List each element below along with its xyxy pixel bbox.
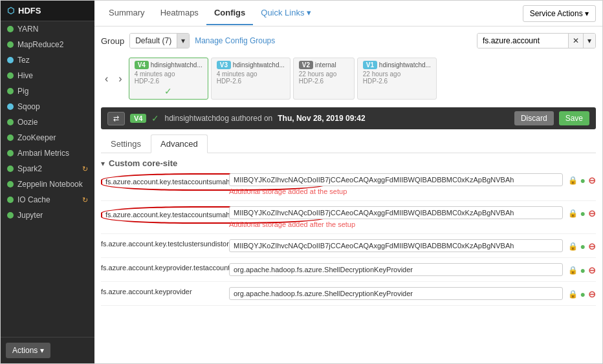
version-row: ‹ › V4 hdinsightwatchd...4 minutes agoHD… bbox=[101, 55, 596, 102]
version-card-v4[interactable]: V4 hdinsightwatchd...4 minutes agoHDP-2.… bbox=[129, 58, 208, 100]
config-row: fs.azure.account.keyprovider.testaccount… bbox=[101, 263, 596, 282]
search-field: ✕ ▾ bbox=[477, 33, 596, 48]
add-config-icon[interactable]: ● bbox=[580, 265, 586, 275]
version-time: 22 hours ago bbox=[363, 70, 431, 78]
sidebar-item-hive[interactable]: Hive bbox=[1, 68, 94, 83]
version-name: internal bbox=[315, 61, 336, 69]
sidebar-item-label: ZooKeeper bbox=[17, 133, 56, 142]
sidebar-item-label: MapReduce2 bbox=[17, 40, 63, 49]
sidebar-items-list: YARNMapReduce2TezHivePigSqoopOozieZooKee… bbox=[1, 21, 94, 337]
config-row: fs.azure.account.key.testaccountsumahmud… bbox=[101, 206, 596, 234]
sidebar-item-mapreduce2[interactable]: MapReduce2 bbox=[1, 37, 94, 52]
settings-tab-settings[interactable]: Settings bbox=[101, 134, 151, 153]
lock-icon[interactable]: 🔒 bbox=[568, 290, 578, 299]
config-row: fs.azure.account.key.testaccountsumahmud… bbox=[101, 173, 596, 201]
config-value-input[interactable] bbox=[229, 263, 563, 276]
config-row: fs.azure.account.keyprovider🔒●⊖ bbox=[101, 287, 596, 306]
sidebar-item-label: Ambari Metrics bbox=[17, 149, 69, 158]
search-dropdown-icon[interactable]: ▾ bbox=[583, 34, 595, 48]
version-hdp: HDP-2.6 bbox=[299, 78, 349, 85]
section-toggle[interactable]: ▾ bbox=[101, 159, 105, 168]
config-value-input[interactable] bbox=[229, 287, 563, 300]
sidebar: ⬡ HDFS YARNMapReduce2TezHivePigSqoopOozi… bbox=[1, 1, 94, 363]
service-actions-button[interactable]: Service Actions ▾ bbox=[523, 5, 596, 22]
lock-icon[interactable]: 🔒 bbox=[568, 176, 578, 185]
version-hdp: HDP-2.6 bbox=[135, 78, 203, 85]
prev-version-arrow[interactable]: ‹ bbox=[101, 72, 112, 86]
delete-config-icon[interactable]: ⊖ bbox=[588, 175, 596, 186]
version-hdp: HDP-2.6 bbox=[363, 78, 431, 85]
config-value-input[interactable] bbox=[229, 173, 563, 186]
group-dropdown-arrow[interactable]: ▾ bbox=[177, 34, 189, 48]
status-indicator bbox=[7, 41, 14, 48]
status-indicator bbox=[7, 150, 14, 156]
compare-button[interactable]: ⇄ bbox=[107, 112, 125, 125]
sidebar-item-ambari-metrics[interactable]: Ambari Metrics bbox=[1, 145, 94, 161]
lock-icon[interactable]: 🔒 bbox=[568, 209, 578, 218]
lock-icon[interactable]: 🔒 bbox=[568, 266, 578, 275]
version-card-v3[interactable]: V3 hdinsightwatchd...4 minutes agoHDP-2.… bbox=[211, 58, 291, 100]
section-title: Custom core-site bbox=[109, 158, 177, 168]
config-value-input[interactable] bbox=[229, 206, 563, 219]
actions-button[interactable]: Actions ▾ bbox=[6, 343, 50, 358]
sidebar-item-yarn[interactable]: YARN bbox=[1, 21, 94, 37]
sidebar-item-label: Zeppelin Notebook bbox=[17, 180, 83, 189]
refresh-icon[interactable]: ↻ bbox=[82, 165, 88, 173]
delete-config-icon[interactable]: ⊖ bbox=[588, 208, 596, 219]
lock-icon[interactable]: 🔒 bbox=[568, 242, 578, 251]
version-time: 4 minutes ago bbox=[217, 70, 285, 78]
add-config-icon[interactable]: ● bbox=[580, 289, 586, 299]
config-value-input[interactable] bbox=[229, 239, 563, 252]
add-config-icon[interactable]: ● bbox=[580, 175, 586, 186]
discard-button[interactable]: Discard bbox=[514, 111, 554, 125]
sidebar-item-zookeeper[interactable]: ZooKeeper bbox=[1, 130, 94, 145]
status-indicator bbox=[7, 103, 14, 110]
config-key-text: fs.azure.account.keyprovider bbox=[101, 288, 192, 295]
nav-tab-summary[interactable]: Summary bbox=[101, 1, 153, 25]
sidebar-item-zeppelin-notebook[interactable]: Zeppelin Notebook bbox=[1, 177, 94, 192]
delete-config-icon[interactable]: ⊖ bbox=[588, 241, 596, 252]
sidebar-header: ⬡ HDFS bbox=[1, 1, 94, 21]
version-card-v2[interactable]: V2 internal22 hours agoHDP-2.6 bbox=[293, 58, 355, 100]
add-config-icon[interactable]: ● bbox=[580, 241, 586, 252]
author-text: hdinsightwatchdog authored on bbox=[164, 114, 272, 123]
refresh-icon[interactable]: ↻ bbox=[82, 196, 88, 204]
status-indicator bbox=[7, 88, 14, 94]
sidebar-item-sqoop[interactable]: Sqoop bbox=[1, 99, 94, 114]
sidebar-item-tez[interactable]: Tez bbox=[1, 52, 94, 68]
manage-config-groups-link[interactable]: Manage Config Groups bbox=[195, 36, 275, 45]
delete-config-icon[interactable]: ⊖ bbox=[588, 289, 596, 299]
sidebar-item-io-cache[interactable]: IO Cache↻ bbox=[1, 192, 94, 208]
status-indicator bbox=[7, 181, 14, 187]
nav-tab-quick-links--[interactable]: Quick Links ▾ bbox=[253, 1, 319, 25]
sidebar-item-spark2[interactable]: Spark2↻ bbox=[1, 161, 94, 177]
nav-tab-configs[interactable]: Configs bbox=[206, 1, 253, 25]
save-button[interactable]: Save bbox=[559, 111, 589, 125]
sidebar-item-label: Sqoop bbox=[17, 102, 40, 111]
active-version-checkmark: ✓ bbox=[135, 86, 203, 96]
delete-config-icon[interactable]: ⊖ bbox=[588, 265, 596, 275]
next-version-arrow[interactable]: › bbox=[115, 72, 126, 86]
add-config-icon[interactable]: ● bbox=[580, 208, 586, 219]
nav-tab-heatmaps[interactable]: Heatmaps bbox=[153, 1, 206, 25]
sidebar-item-pig[interactable]: Pig bbox=[1, 83, 94, 99]
sidebar-item-jupyter[interactable]: Jupyter bbox=[1, 208, 94, 223]
version-cards: V4 hdinsightwatchd...4 minutes agoHDP-2.… bbox=[129, 58, 437, 100]
version-time: 22 hours ago bbox=[299, 70, 349, 78]
settings-tab-advanced[interactable]: Advanced bbox=[151, 134, 208, 153]
search-input[interactable] bbox=[477, 34, 568, 48]
section-header: ▾ Custom core-site bbox=[101, 158, 596, 168]
config-note: Additional storage added after the setup bbox=[229, 220, 563, 228]
sidebar-item-label: Jupyter bbox=[17, 211, 43, 220]
group-dropdown[interactable]: Default (7) ▾ bbox=[129, 33, 190, 48]
main-panel: SummaryHeatmapsConfigsQuick Links ▾ Serv… bbox=[94, 1, 602, 363]
sidebar-item-label: Spark2 bbox=[17, 164, 42, 173]
status-indicator bbox=[7, 72, 14, 79]
actions-label: Actions ▾ bbox=[12, 346, 44, 355]
version-time: 4 minutes ago bbox=[135, 70, 203, 78]
search-clear-icon[interactable]: ✕ bbox=[568, 34, 583, 48]
sidebar-item-oozie[interactable]: Oozie bbox=[1, 114, 94, 130]
version-badge: V2 bbox=[299, 61, 313, 69]
version-card-v1[interactable]: V1 hdinsightwatchd...22 hours agoHDP-2.6 bbox=[357, 58, 437, 100]
status-indicator bbox=[7, 26, 14, 32]
